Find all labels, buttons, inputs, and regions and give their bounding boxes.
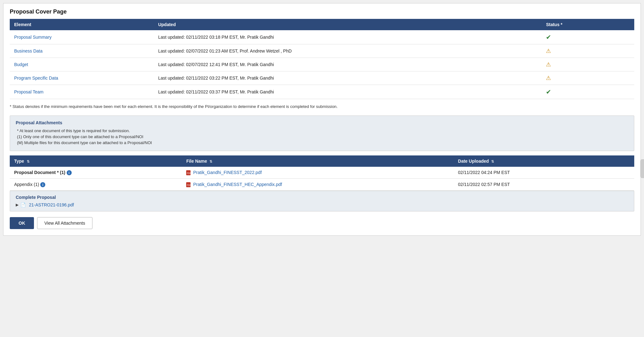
cover-table-row: Business DataLast updated: 02/07/2022 01… xyxy=(10,44,634,58)
attachment-table-row: Proposal Document * (1)iPDFPratik_Gandhi… xyxy=(10,167,634,179)
pdf-file-icon: PDF xyxy=(186,182,192,187)
cover-updated-cell: Last updated: 02/11/2022 03:18 PM EST, M… xyxy=(154,30,541,44)
complete-proposal-title: Complete Proposal xyxy=(16,195,628,200)
complete-proposal-section: Complete Proposal ▶ 📄 21-ASTRO21-0196.pd… xyxy=(10,191,634,211)
attachments-section: Proposal Attachments * At least one docu… xyxy=(10,115,634,151)
attachment-date-cell: 02/11/2022 02:57 PM EST xyxy=(454,178,612,190)
cover-status-cell: ⚠ xyxy=(541,58,610,71)
button-row: OK View All Attachments xyxy=(10,217,634,229)
cover-element-link[interactable]: Proposal Summary xyxy=(14,35,52,40)
svg-text:PDF: PDF xyxy=(187,172,191,174)
cover-status-cell: ✔ xyxy=(541,30,610,44)
cover-element-link[interactable]: Proposal Team xyxy=(14,89,43,94)
cover-updated-cell: Last updated: 02/07/2022 01:23 AM EST, P… xyxy=(154,44,541,58)
status-warn-icon: ⚠ xyxy=(546,61,551,68)
scrollbar[interactable] xyxy=(640,159,644,178)
cover-element-link[interactable]: Budget xyxy=(14,62,28,67)
attachment-type-cell: Proposal Document * (1)i xyxy=(10,167,182,179)
pdf-file-icon: PDF xyxy=(186,170,192,175)
cover-empty-cell xyxy=(610,71,634,85)
status-warn-icon: ⚠ xyxy=(546,48,551,54)
col-header-empty xyxy=(610,19,634,30)
cover-table: Element Updated Status * Proposal Summar… xyxy=(10,19,634,99)
attachment-filename-cell: PDFPratik_Gandhi_FINESST_2022.pdf xyxy=(182,167,453,179)
col-header-updated: Updated xyxy=(154,19,541,30)
type-sort-icon[interactable]: ⇅ xyxy=(27,160,30,164)
cover-empty-cell xyxy=(610,44,634,58)
cover-updated-cell: Last updated: 02/11/2022 03:22 PM EST, M… xyxy=(154,71,541,85)
attachment-table-row: Appendix (1)iPDFPratik_Gandhi_FINESST_HE… xyxy=(10,178,634,190)
cover-element-cell: Program Specific Data xyxy=(10,71,154,85)
attachment-action-cell xyxy=(611,178,634,190)
pdf-icon-complete: 📄 xyxy=(20,202,26,207)
attachment-date-cell: 02/11/2022 04:24 PM EST xyxy=(454,167,612,179)
attachments-section-title: Proposal Attachments xyxy=(16,120,628,125)
attachment-file-link[interactable]: Pratik_Gandhi_FINESST_HEC_Appendix.pdf xyxy=(193,182,282,187)
cover-updated-cell: Last updated: 02/11/2022 03:37 PM EST, M… xyxy=(154,85,541,99)
cover-empty-cell xyxy=(610,58,634,71)
cover-element-link[interactable]: Program Specific Data xyxy=(14,76,58,81)
page-title: Proposal Cover Page xyxy=(10,8,634,15)
cover-element-link[interactable]: Business Data xyxy=(14,48,42,53)
col-header-date: Date Uploaded ⇅ xyxy=(454,155,612,167)
page-container: Proposal Cover Page Element Updated Stat… xyxy=(3,3,641,236)
date-sort-icon[interactable]: ⇅ xyxy=(491,160,494,164)
complete-proposal-link[interactable]: 21-ASTRO21-0196.pdf xyxy=(29,202,74,207)
attachment-filename-cell: PDFPratik_Gandhi_FINESST_HEC_Appendix.pd… xyxy=(182,178,453,190)
cover-element-cell: Proposal Summary xyxy=(10,30,154,44)
attachment-note: (M) Multiple files for this document typ… xyxy=(17,140,628,145)
cover-element-cell: Budget xyxy=(10,58,154,71)
attachment-file-link[interactable]: Pratik_Gandhi_FINESST_2022.pdf xyxy=(193,170,262,175)
cover-empty-cell xyxy=(610,30,634,44)
cover-table-row: Program Specific DataLast updated: 02/11… xyxy=(10,71,634,85)
col-header-status: Status * xyxy=(541,19,610,30)
cover-updated-cell: Last updated: 02/07/2022 12:41 PM EST, M… xyxy=(154,58,541,71)
svg-text:PDF: PDF xyxy=(187,184,191,186)
attachment-note: (1) Only one of this document type can b… xyxy=(17,134,628,139)
cover-status-cell: ⚠ xyxy=(541,44,610,58)
filename-sort-icon[interactable]: ⇅ xyxy=(209,160,212,164)
info-icon[interactable]: i xyxy=(67,170,72,175)
cover-table-row: Proposal SummaryLast updated: 02/11/2022… xyxy=(10,30,634,44)
attachment-note: * At least one document of this type is … xyxy=(17,128,628,133)
chevron-right-icon: ▶ xyxy=(16,203,19,207)
cover-table-footnote: * Status denotes if the minimum requirem… xyxy=(10,104,634,110)
cover-status-cell: ⚠ xyxy=(541,71,610,85)
cover-status-cell: ✔ xyxy=(541,85,610,99)
cover-element-cell: Proposal Team xyxy=(10,85,154,99)
col-header-filename: File Name ⇅ xyxy=(182,155,453,167)
attachments-notes: * At least one document of this type is … xyxy=(16,128,628,145)
attachment-action-cell xyxy=(611,167,634,179)
view-all-attachments-button[interactable]: View All Attachments xyxy=(37,217,92,229)
cover-empty-cell xyxy=(610,85,634,99)
cover-table-row: BudgetLast updated: 02/07/2022 12:41 PM … xyxy=(10,58,634,71)
status-check-icon: ✔ xyxy=(546,88,551,95)
col-header-type: Type ⇅ xyxy=(10,155,182,167)
cover-table-header-row: Element Updated Status * xyxy=(10,19,634,30)
attachments-table-header-row: Type ⇅ File Name ⇅ Date Uploaded ⇅ xyxy=(10,155,634,167)
attachment-type-cell: Appendix (1)i xyxy=(10,178,182,190)
attachment-type-label: Appendix (1) xyxy=(14,182,39,187)
ok-button[interactable]: OK xyxy=(10,217,34,229)
cover-element-cell: Business Data xyxy=(10,44,154,58)
status-check-icon: ✔ xyxy=(546,34,551,41)
attachments-table: Type ⇅ File Name ⇅ Date Uploaded ⇅ Propo… xyxy=(10,155,634,191)
attachment-type-label: Proposal Document * (1) xyxy=(14,170,65,175)
col-header-element: Element xyxy=(10,19,154,30)
col-header-action-empty xyxy=(611,155,634,167)
complete-proposal-link-row: ▶ 📄 21-ASTRO21-0196.pdf xyxy=(16,202,628,207)
info-icon[interactable]: i xyxy=(40,182,45,187)
cover-table-row: Proposal TeamLast updated: 02/11/2022 03… xyxy=(10,85,634,99)
status-warn-icon: ⚠ xyxy=(546,75,551,81)
